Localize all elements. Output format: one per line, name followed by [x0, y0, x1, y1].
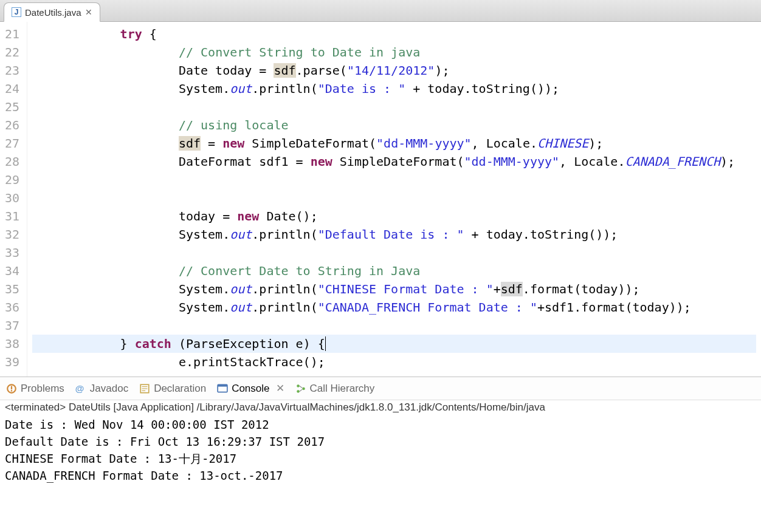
code-line[interactable] [32, 98, 756, 116]
line-number: 22 [2, 43, 22, 61]
code-line[interactable] [32, 244, 756, 262]
line-number: 28 [2, 152, 22, 171]
console-output[interactable]: Date is : Wed Nov 14 00:00:00 IST 2012De… [0, 414, 761, 486]
tab-problems-label: Problems [21, 383, 64, 395]
code-line[interactable]: e.printStackTrace(); [32, 353, 756, 371]
line-number: 30 [2, 189, 22, 207]
close-icon[interactable]: ✕ [85, 7, 92, 17]
tab-call-hierarchy[interactable]: Call Hierarchy [295, 383, 375, 395]
editor-tab-title: DateUtils.java [25, 7, 81, 18]
line-number: 27 [2, 134, 22, 152]
bottom-views-tab-bar: Problems @ Javadoc Declaration Console ✕… [0, 377, 761, 400]
svg-rect-1 [11, 386, 12, 389]
console-icon [217, 383, 228, 394]
code-line[interactable]: System.out.println("Default Date is : " … [32, 225, 756, 244]
code-editor[interactable]: 21222324252627282930313233343536373839 t… [0, 22, 761, 377]
tab-javadoc-label: Javadoc [90, 383, 128, 395]
javadoc-icon: @ [75, 383, 86, 394]
code-line[interactable]: // using locale [32, 116, 756, 134]
call-hierarchy-icon [295, 383, 306, 394]
code-line[interactable]: } catch (ParseException e) { [32, 335, 756, 353]
code-line[interactable]: // Convert Date to String in Java [32, 262, 756, 280]
line-number: 26 [2, 116, 22, 134]
code-line[interactable]: try { [32, 25, 756, 43]
tab-call-hierarchy-label: Call Hierarchy [310, 383, 375, 395]
code-line[interactable]: today = new Date(); [32, 207, 756, 225]
code-line[interactable] [32, 171, 756, 189]
code-line[interactable]: System.out.println("CANADA_FRENCH Format… [32, 298, 756, 316]
svg-line-12 [299, 386, 302, 387]
code-line[interactable]: DateFormat sdf1 = new SimpleDateFormat("… [32, 152, 756, 171]
problems-icon [6, 383, 17, 394]
editor-tab-bar: J DateUtils.java ✕ [0, 0, 761, 22]
console-line: CHINESE Format Date : 13-十月-2017 [5, 450, 756, 467]
code-line[interactable] [32, 316, 756, 335]
java-file-icon: J [12, 7, 21, 17]
line-number: 39 [2, 353, 22, 371]
line-number: 29 [2, 171, 22, 189]
tab-console-label: Console [232, 383, 269, 395]
code-line[interactable]: sdf = new SimpleDateFormat("dd-MMM-yyyy"… [32, 134, 756, 152]
code-content[interactable]: try { // Convert String to Date in java … [27, 22, 761, 377]
line-number: 25 [2, 98, 22, 116]
line-number: 34 [2, 262, 22, 280]
line-number: 23 [2, 61, 22, 80]
tab-javadoc[interactable]: @ Javadoc [75, 383, 128, 395]
svg-line-13 [299, 389, 302, 391]
svg-point-9 [297, 384, 300, 387]
line-number: 24 [2, 80, 22, 98]
code-line[interactable]: // Convert String to Date in java [32, 43, 756, 61]
code-line[interactable]: System.out.println("CHINESE Format Date … [32, 280, 756, 298]
svg-rect-2 [11, 390, 12, 391]
tab-problems[interactable]: Problems [6, 383, 64, 395]
line-number: 38 [2, 335, 22, 353]
code-line[interactable]: System.out.println("Date is : " + today.… [32, 80, 756, 98]
declaration-icon [139, 383, 150, 394]
line-number: 37 [2, 316, 22, 335]
line-number: 36 [2, 298, 22, 316]
editor-tab-dateutils[interactable]: J DateUtils.java ✕ [4, 2, 100, 22]
tab-console[interactable]: Console ✕ [217, 382, 284, 395]
tab-declaration[interactable]: Declaration [139, 383, 206, 395]
code-line[interactable]: Date today = sdf.parse("14/11/2012"); [32, 61, 756, 80]
line-number: 32 [2, 225, 22, 244]
code-line[interactable] [32, 189, 756, 207]
svg-point-11 [302, 387, 305, 390]
line-number-gutter: 21222324252627282930313233343536373839 [0, 22, 27, 377]
console-line: CANADA_FRENCH Format Date : 13-oct.-2017 [5, 467, 756, 484]
line-number: 21 [2, 25, 22, 43]
line-number: 35 [2, 280, 22, 298]
line-number: 31 [2, 207, 22, 225]
close-icon[interactable]: ✕ [276, 382, 284, 395]
tab-declaration-label: Declaration [154, 383, 206, 395]
console-run-header: <terminated> DateUtils [Java Application… [0, 400, 761, 414]
svg-point-10 [297, 390, 300, 393]
line-number: 33 [2, 244, 22, 262]
console-line: Default Date is : Fri Oct 13 16:29:37 IS… [5, 433, 756, 450]
svg-rect-8 [218, 384, 227, 386]
console-line: Date is : Wed Nov 14 00:00:00 IST 2012 [5, 416, 756, 433]
